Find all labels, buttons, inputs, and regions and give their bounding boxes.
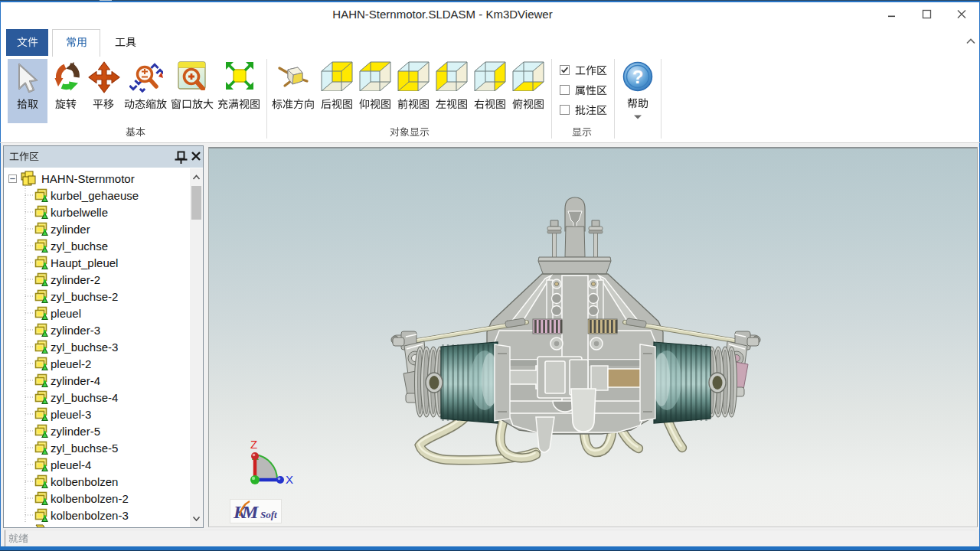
svg-text:X: X [286, 473, 293, 486]
svg-text:Soft: Soft [260, 509, 277, 520]
svg-text:?: ? [632, 67, 644, 87]
svg-text:Z: Z [250, 438, 257, 451]
